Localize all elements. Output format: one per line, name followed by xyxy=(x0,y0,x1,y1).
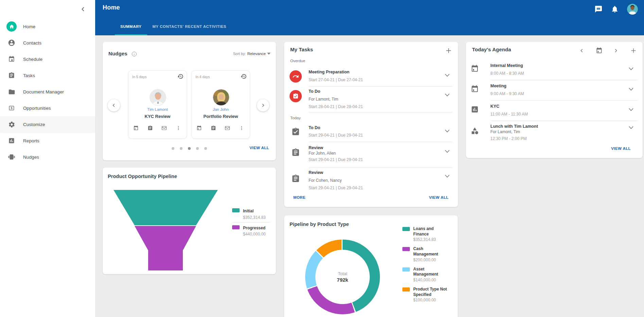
contact-link[interactable]: Jan John xyxy=(192,107,250,111)
divider xyxy=(490,100,638,101)
nudge-action-bar xyxy=(133,125,182,131)
expand-event-button[interactable] xyxy=(629,88,633,91)
contact-link[interactable]: Tim Lamont xyxy=(128,107,187,111)
tab-label: MY CONTACTS' RECENT ACTIVITIES xyxy=(153,24,227,29)
section-label-overdue: Overdue xyxy=(290,59,305,63)
agenda-item-title: Internal Meeting xyxy=(490,63,523,68)
sidebar-item-label: Nudges xyxy=(23,155,39,160)
carousel-dot[interactable] xyxy=(196,147,199,150)
add-event-button[interactable] xyxy=(630,47,638,55)
carousel-dot[interactable] xyxy=(180,147,182,150)
chevron-right-icon xyxy=(613,48,621,54)
tab-summary[interactable]: SUMMARY xyxy=(115,18,147,35)
header-actions xyxy=(594,4,638,15)
bar-chart-icon xyxy=(471,105,479,113)
sidebar-item-label: Schedule xyxy=(23,57,42,62)
legend-label: Progressed xyxy=(243,226,265,230)
reports-icon xyxy=(6,136,17,146)
nudges-icon xyxy=(6,152,17,162)
expand-task-button[interactable] xyxy=(445,129,450,133)
tab-my-contacts-recent-activities[interactable]: MY CONTACTS' RECENT ACTIVITIES xyxy=(147,18,232,35)
tasks-more-button[interactable]: MORE xyxy=(293,195,306,199)
carousel-prev-button[interactable] xyxy=(108,99,120,111)
carousel-dot[interactable] xyxy=(204,147,207,150)
sidebar-item-customize[interactable]: Customize xyxy=(0,116,95,133)
task-dates: Start 27-04-21 | Due 27-04-21 xyxy=(309,77,363,82)
agenda-item-time: 12:30 PM - 2:00 PM xyxy=(490,136,527,141)
task-for: For John, Allen xyxy=(309,151,336,156)
legend-value: $352,314.83 xyxy=(413,237,449,242)
sidebar-collapse-button[interactable] xyxy=(80,4,90,14)
chevron-down-icon xyxy=(629,126,633,129)
nudge-card-portfolio-review[interactable]: In 4 days Jan John Portfolio Review xyxy=(191,70,250,139)
sidebar-item-tasks[interactable]: Tasks xyxy=(0,67,95,84)
agenda-item-time: 11:00 AM - 11:30 AM xyxy=(490,112,528,117)
info-icon[interactable]: i xyxy=(132,52,137,56)
sidebar-item-contacts[interactable]: Contacts xyxy=(0,35,95,51)
calendar-icon[interactable] xyxy=(196,125,203,131)
agenda-prev-button[interactable] xyxy=(579,47,587,55)
add-task-button[interactable] xyxy=(445,47,453,55)
expand-task-button[interactable] xyxy=(445,150,450,153)
sidebar-item-label: Home xyxy=(23,24,35,29)
kebab-menu-icon[interactable] xyxy=(176,125,182,131)
chevron-left-icon xyxy=(80,5,90,13)
nudges-view-all-button[interactable]: VIEW ALL xyxy=(249,146,269,150)
user-avatar[interactable] xyxy=(627,4,638,15)
legend-item: Progressed $440,000.00 xyxy=(232,223,270,239)
sidebar-item-opportunities[interactable]: $ Opportunities xyxy=(0,100,95,116)
task-dates: Start 29-04-21 | Due 29-04-21 xyxy=(309,157,363,162)
expand-event-button[interactable] xyxy=(629,67,633,70)
my-tasks-title: My Tasks xyxy=(290,47,313,52)
calendar-picker-button[interactable] xyxy=(596,47,604,55)
agenda-item-time: 8:00 AM - 8:30 AM xyxy=(490,71,524,76)
carousel-dot-active[interactable] xyxy=(188,147,191,150)
task-icon[interactable] xyxy=(211,125,217,131)
expand-task-button[interactable] xyxy=(445,93,450,96)
calendar-icon xyxy=(596,47,604,54)
chevron-left-icon xyxy=(111,103,116,108)
sidebar-item-label: Tasks xyxy=(23,73,35,78)
carousel-next-button[interactable] xyxy=(257,99,269,111)
calendar-icon xyxy=(471,85,479,93)
expand-task-button[interactable] xyxy=(445,175,450,178)
agenda-view-all-button[interactable]: VIEW ALL xyxy=(611,146,631,151)
nudge-card-kyc-review[interactable]: In 5 days Tim Lamont KYC Review xyxy=(128,70,187,139)
agenda-next-button[interactable] xyxy=(613,47,621,55)
task-for: For Lamont, Tim xyxy=(309,97,338,102)
legend-value: $352,314.83 xyxy=(243,215,266,220)
tasks-view-all-button[interactable]: VIEW ALL xyxy=(429,195,449,199)
expand-task-button[interactable] xyxy=(445,74,450,77)
mail-icon[interactable] xyxy=(161,125,168,131)
sort-by-dropdown[interactable]: Sort by: Relevance xyxy=(233,52,271,56)
legend-label: Product Type Not Specified xyxy=(413,287,449,297)
divider xyxy=(490,121,638,121)
tasks-icon xyxy=(6,70,17,81)
sidebar-item-home[interactable]: Home xyxy=(0,18,95,35)
carousel-dot[interactable] xyxy=(172,147,174,150)
sidebar-item-schedule[interactable]: Schedule xyxy=(0,51,95,67)
legend-swatch-teal xyxy=(232,208,240,212)
divider xyxy=(309,112,453,112)
expand-event-button[interactable] xyxy=(629,126,633,129)
agenda-item-title: KYC xyxy=(490,104,499,109)
mail-icon[interactable] xyxy=(225,125,231,131)
notifications-button[interactable] xyxy=(611,5,620,14)
agenda-nav xyxy=(579,47,638,55)
history-icon xyxy=(177,73,184,80)
chat-button[interactable] xyxy=(594,5,603,14)
sidebar-item-reports[interactable]: Reports xyxy=(0,133,95,149)
sidebar-item-document-manager[interactable]: Document Manager xyxy=(0,84,95,100)
review-icon xyxy=(291,148,300,157)
legend-label: Asset Management xyxy=(413,267,449,277)
contacts-icon xyxy=(6,38,17,48)
legend-swatch-teal xyxy=(402,227,410,231)
task-icon[interactable] xyxy=(147,125,154,131)
plus-icon xyxy=(630,47,638,54)
chevron-right-icon xyxy=(261,103,265,108)
agenda-title: Today's Agenda xyxy=(472,47,511,52)
kebab-menu-icon[interactable] xyxy=(239,125,245,131)
calendar-icon[interactable] xyxy=(133,125,139,131)
expand-event-button[interactable] xyxy=(629,108,633,111)
sidebar-item-nudges[interactable]: Nudges xyxy=(0,149,95,165)
